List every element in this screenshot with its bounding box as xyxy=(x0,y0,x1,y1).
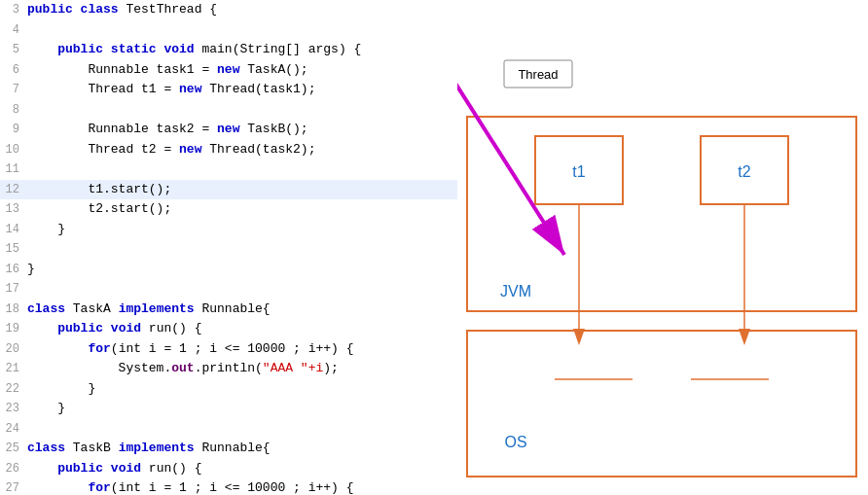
code-to-jvm-arrow xyxy=(457,10,564,255)
code-line-23: 23 } xyxy=(0,399,457,419)
token: run() { xyxy=(149,461,202,476)
token: TestThread { xyxy=(126,2,217,17)
token: (int i = 1 ; i <= 10000 ; i++) { xyxy=(111,480,354,495)
token: Thread t2 = xyxy=(27,142,179,157)
code-line-22: 22 } xyxy=(0,379,457,400)
code-line-8: 8 xyxy=(0,100,457,121)
token: public xyxy=(27,2,81,17)
code-line-19: 19 public void run() { xyxy=(0,319,457,339)
token: new xyxy=(179,142,209,157)
line-number: 4 xyxy=(0,21,27,41)
token: public xyxy=(27,321,111,336)
token: } xyxy=(27,262,35,276)
t2-arrow-head xyxy=(739,329,750,345)
line-number: 24 xyxy=(0,420,27,440)
jvm-outer-box xyxy=(467,117,856,311)
code-line-12: 12 t1.start(); xyxy=(0,180,457,200)
token: Thread(task2); xyxy=(209,142,315,157)
token: main(String[] args) { xyxy=(201,42,361,56)
line-number: 15 xyxy=(0,240,27,260)
line-code: t2.start(); xyxy=(27,199,171,219)
line-number: 11 xyxy=(0,160,27,180)
token: class xyxy=(27,441,73,455)
line-code: Runnable task2 = new TaskB(); xyxy=(27,120,308,139)
line-number: 18 xyxy=(0,301,27,320)
token: out xyxy=(171,361,194,375)
line-number: 8 xyxy=(0,101,27,121)
token: static xyxy=(111,42,164,56)
code-line-17: 17 xyxy=(0,279,457,300)
line-number: 10 xyxy=(0,141,27,160)
t1-label: t1 xyxy=(572,163,585,180)
token: for xyxy=(27,480,111,495)
code-line-11: 11 xyxy=(0,159,457,180)
token: TaskB xyxy=(73,441,119,455)
code-line-6: 6 Runnable task1 = new TaskA(); xyxy=(0,60,457,81)
code-line-13: 13 t2.start(); xyxy=(0,199,457,220)
code-line-25: 25class TaskB implements Runnable{ xyxy=(0,439,457,459)
code-line-20: 20 for(int i = 1 ; i <= 10000 ; i++) { xyxy=(0,339,457,360)
token: run() { xyxy=(149,321,202,336)
token: implements xyxy=(119,441,202,455)
line-code: public void run() { xyxy=(27,459,201,478)
token: } xyxy=(27,401,65,415)
line-number: 17 xyxy=(0,280,27,300)
line-code xyxy=(27,239,35,259)
code-line-16: 16} xyxy=(0,260,457,280)
token: Runnable task2 = xyxy=(27,122,217,136)
line-number: 23 xyxy=(0,400,27,419)
line-code: public static void main(String[] args) { xyxy=(27,40,361,59)
code-line-18: 18class TaskA implements Runnable{ xyxy=(0,300,457,320)
line-code xyxy=(27,159,35,179)
t1-arrow-head xyxy=(573,329,585,345)
line-code xyxy=(27,20,35,40)
line-code: public void run() { xyxy=(27,319,201,338)
token: ); xyxy=(323,361,339,375)
line-code: for(int i = 1 ; i <= 10000 ; i++) { xyxy=(27,339,353,359)
line-number: 21 xyxy=(0,360,27,379)
token: class xyxy=(81,2,127,17)
line-number: 26 xyxy=(0,460,27,479)
line-code: Runnable task1 = new TaskA(); xyxy=(27,60,308,80)
token: new xyxy=(179,82,209,96)
line-code: class TaskB implements Runnable{ xyxy=(27,439,271,458)
token: t1.start(); xyxy=(27,182,171,196)
code-line-4: 4 xyxy=(0,20,457,41)
token: TaskA xyxy=(73,301,119,316)
token: Thread(task1); xyxy=(209,82,315,96)
diagram-svg: t1 t2 JVM OS Thread xyxy=(457,0,868,495)
line-number: 7 xyxy=(0,81,27,100)
line-code: Thread t1 = new Thread(task1); xyxy=(27,80,315,99)
token: System. xyxy=(27,361,171,375)
code-line-3: 3public class TestThread { xyxy=(0,0,457,20)
token: Runnable task1 = xyxy=(27,62,217,77)
code-line-15: 15 xyxy=(0,239,457,260)
line-code: class TaskA implements Runnable{ xyxy=(27,300,271,319)
line-code xyxy=(27,100,35,120)
line-number: 13 xyxy=(0,200,27,220)
line-number: 9 xyxy=(0,121,27,140)
token: } xyxy=(27,381,95,396)
token: } xyxy=(27,222,65,236)
line-number: 27 xyxy=(0,479,27,495)
code-line-7: 7 Thread t1 = new Thread(task1); xyxy=(0,80,457,100)
token: TaskB(); xyxy=(247,122,307,136)
token: class xyxy=(27,301,73,316)
line-code: t1.start(); xyxy=(27,180,171,199)
token: new xyxy=(217,62,247,77)
token: void xyxy=(111,321,149,336)
token: "AAA "+i xyxy=(263,361,323,375)
line-code: } xyxy=(27,220,65,239)
token: TaskA(); xyxy=(247,62,307,77)
line-number: 16 xyxy=(0,261,27,280)
token: public xyxy=(27,461,111,476)
code-line-27: 27 for(int i = 1 ; i <= 10000 ; i++) { xyxy=(0,478,457,495)
code-line-24: 24 xyxy=(0,419,457,440)
code-line-9: 9 Runnable task2 = new TaskB(); xyxy=(0,120,457,140)
token: t2.start(); xyxy=(27,201,171,216)
line-code: } xyxy=(27,260,35,279)
line-number: 19 xyxy=(0,320,27,339)
line-number: 12 xyxy=(0,181,27,200)
line-number: 6 xyxy=(0,61,27,81)
token: new xyxy=(217,122,247,136)
